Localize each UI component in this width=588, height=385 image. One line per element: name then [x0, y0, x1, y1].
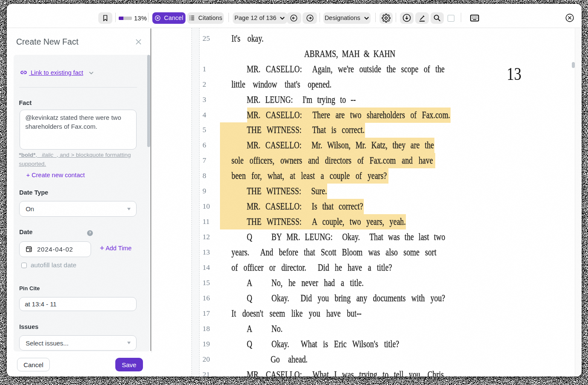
svg-text:?: ?: [89, 231, 91, 235]
